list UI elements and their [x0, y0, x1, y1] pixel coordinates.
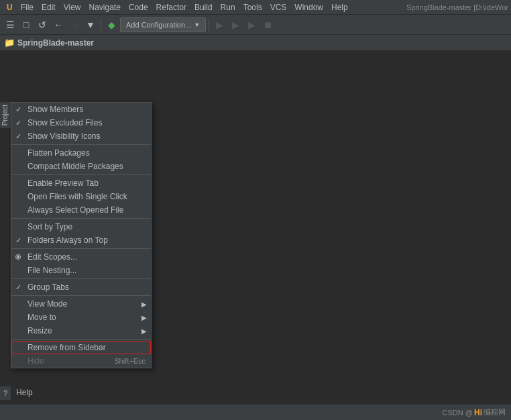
menu-item-hide[interactable]: Hide Shift+Esc: [11, 354, 151, 368]
menu-view[interactable]: View: [60, 1, 85, 13]
menu-help[interactable]: Help: [327, 1, 352, 13]
status-text-2: 编程网: [484, 407, 506, 417]
question-icon: ?: [3, 389, 7, 397]
check-icon: ✓: [15, 283, 21, 292]
panel-title: SpringBlade-master: [17, 38, 94, 48]
debug-icon[interactable]: ▶: [228, 17, 243, 32]
target-icon[interactable]: ◆: [104, 17, 119, 32]
sidebar-label[interactable]: Project: [0, 102, 11, 128]
menu-item-resize[interactable]: Resize ▶: [11, 324, 151, 337]
menu-item-always-select[interactable]: Always Select Opened File: [11, 203, 151, 217]
folder-icon: 📁: [4, 38, 15, 48]
logo-text: Hi: [474, 408, 482, 417]
main-area: Project ✓ Show Members ✓ Show Excluded F…: [0, 51, 511, 420]
status-text: CSDN @: [443, 409, 473, 417]
menu-item-group-tabs[interactable]: ✓ Group Tabs: [11, 280, 151, 294]
toolbar-sep-2: [209, 19, 209, 31]
panel-header: 📁 SpringBlade-master: [0, 35, 511, 51]
toolbar-sep-1: [101, 19, 101, 31]
help-icon-bar[interactable]: ?: [0, 386, 11, 400]
arrow-icon: ▶: [141, 314, 147, 321]
check-icon: ✓: [15, 132, 21, 141]
forward-icon[interactable]: →: [67, 17, 82, 32]
separator-1: [11, 144, 151, 145]
separator-7: [11, 339, 151, 339]
radio-icon: [15, 254, 21, 260]
menu-refactor[interactable]: Refactor: [152, 1, 190, 13]
menu-window[interactable]: Window: [290, 1, 327, 13]
menu-item-remove-sidebar[interactable]: Remove from Sidebar: [11, 341, 151, 354]
menu-item-sort-type[interactable]: Sort by Type: [11, 220, 151, 233]
separator-4: [11, 248, 151, 249]
menu-item-file-nesting[interactable]: File Nesting...: [11, 264, 151, 277]
menu-item-edit-scopes[interactable]: Edit Scopes...: [11, 250, 151, 264]
run-icon[interactable]: ▶: [212, 17, 227, 32]
status-bar: CSDN @ Hi 编程网: [0, 404, 511, 420]
menu-item-view-mode[interactable]: View Mode ▶: [11, 297, 151, 311]
menu-tools[interactable]: Tools: [239, 1, 266, 13]
back-icon[interactable]: ←: [51, 17, 66, 32]
project-title: SpringBlade-master [D:\ideWor: [406, 3, 508, 11]
menu-build[interactable]: Build: [190, 1, 217, 13]
coverage-icon[interactable]: ▶: [244, 17, 259, 32]
menu-item-folders-top[interactable]: ✓ Folders Always on Top: [11, 233, 151, 247]
menu-item-show-excluded[interactable]: ✓ Show Excluded Files: [11, 116, 151, 129]
separator-5: [11, 278, 151, 279]
add-config-button[interactable]: Add Configuration... ▼: [120, 17, 206, 32]
check-icon: ✓: [15, 119, 21, 127]
stop-icon[interactable]: ⏹: [260, 17, 275, 32]
menu-vcs[interactable]: VCS: [266, 1, 291, 13]
menu-item-show-members[interactable]: ✓ Show Members: [11, 103, 151, 116]
menu-item-flatten-packages[interactable]: Flatten Packages: [11, 146, 151, 160]
separator-3: [11, 218, 151, 219]
hamburger-icon[interactable]: ☰: [3, 17, 17, 32]
menu-code[interactable]: Code: [125, 1, 152, 13]
arrow-icon: ▶: [141, 327, 147, 335]
menu-bar: U File Edit View Navigate Code Refactor …: [0, 0, 511, 15]
menu-item-enable-preview[interactable]: Enable Preview Tab: [11, 176, 151, 190]
menu-item-move-to[interactable]: Move to ▶: [11, 311, 151, 324]
dropdown-icon: ▼: [194, 21, 200, 28]
menu-file[interactable]: File: [17, 1, 38, 13]
menu-item-open-single-click[interactable]: Open Files with Single Click: [11, 190, 151, 203]
context-menu: ✓ Show Members ✓ Show Excluded Files ✓ S…: [11, 102, 152, 368]
save-icon[interactable]: □: [19, 17, 34, 32]
arrow-icon: ▶: [141, 301, 147, 308]
separator-2: [11, 174, 151, 175]
user-icon[interactable]: ▼: [83, 17, 98, 32]
menu-edit[interactable]: Edit: [38, 1, 60, 13]
menu-navigate[interactable]: Navigate: [85, 1, 125, 13]
menu-run[interactable]: Run: [217, 1, 239, 13]
separator-6: [11, 295, 151, 296]
menu-item-show-visibility[interactable]: ✓ Show Visibility Icons: [11, 129, 151, 143]
shortcut-label: Shift+Esc: [114, 357, 146, 365]
refresh-icon[interactable]: ↺: [35, 17, 50, 32]
help-menu-item[interactable]: Help: [11, 385, 38, 400]
check-icon: ✓: [15, 236, 21, 245]
toolbar: ☰ □ ↺ ← → ▼ ◆ Add Configuration... ▼ ▶ ▶…: [0, 15, 511, 35]
menu-item-compact-middle[interactable]: Compact Middle Packages: [11, 160, 151, 173]
menu-icon[interactable]: U: [3, 1, 17, 13]
check-icon: ✓: [15, 105, 21, 114]
